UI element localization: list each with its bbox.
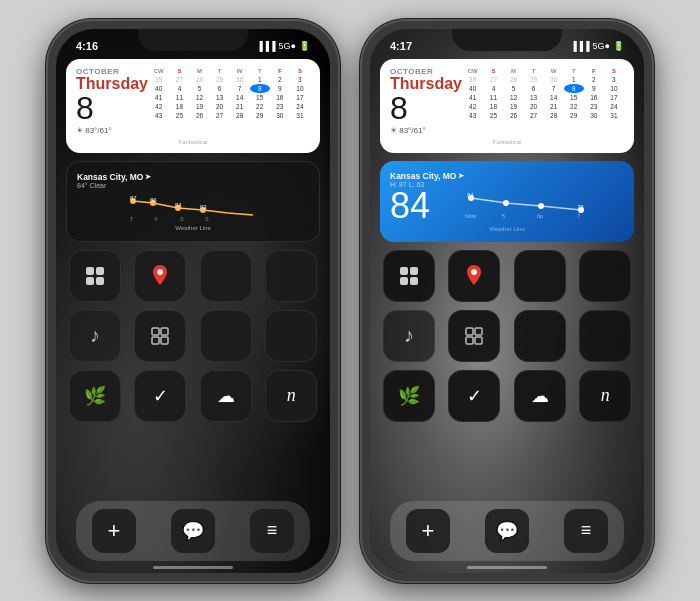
svg-text:86: 86 [150, 197, 157, 203]
app-note-left[interactable]: n [263, 370, 321, 422]
svg-rect-12 [86, 267, 94, 275]
app-icon6-left[interactable] [263, 310, 321, 362]
pin-icon-left [151, 265, 169, 287]
right-phone: 4:17 ▐▐▐ 5G● 🔋 OCTOBER Thursday 8 ☀ 83°/ [362, 21, 652, 581]
bottom-row-left: 🌿 ✓ ☁ n [66, 370, 320, 422]
grid-icon-right [398, 265, 420, 287]
svg-text:T: T [130, 216, 134, 222]
app-row1-left [66, 250, 320, 302]
weather-desc-left: 84° Clear [77, 182, 309, 189]
app-grid-icon-left[interactable] [66, 250, 124, 302]
app-icon4-right[interactable] [577, 250, 635, 302]
app-row2-right: ♪ [380, 310, 634, 362]
app-icon4-left[interactable] [263, 250, 321, 302]
svg-text:5: 5 [502, 213, 505, 219]
svg-rect-17 [152, 328, 159, 335]
app-cloud-left[interactable]: ☁ [197, 370, 255, 422]
svg-text:84: 84 [467, 192, 474, 198]
app-leaf-left[interactable]: 🌿 [66, 370, 124, 422]
app-leaf-right[interactable]: 🌿 [380, 370, 438, 422]
weather-city-right: Kansas City, MO ➤ [390, 171, 624, 181]
svg-rect-18 [161, 328, 168, 335]
svg-rect-31 [400, 267, 408, 275]
left-phone: 4:16 ▐▐▐ 5G● 🔋 OCTOBER Thursday 8 ☀ 83°/ [48, 21, 338, 581]
status-bar-right: 4:17 ▐▐▐ 5G● 🔋 [370, 29, 644, 57]
expand-icon-right [465, 327, 483, 345]
svg-text:78: 78 [577, 204, 584, 210]
svg-rect-38 [466, 337, 473, 344]
dock-list-right[interactable]: ≡ [564, 509, 608, 553]
weather-temp-big-right: 84 [390, 188, 430, 224]
svg-text:7: 7 [577, 213, 580, 219]
weather-widget-left: Kansas City, MO ➤ 84° Clear 87 [66, 161, 320, 242]
app-icon5-left[interactable] [197, 310, 255, 362]
dock-list-left[interactable]: ≡ [250, 509, 294, 553]
svg-text:87: 87 [130, 195, 137, 201]
app-pin-icon-right[interactable] [446, 250, 504, 302]
svg-text:83: 83 [200, 204, 207, 210]
expand-icon-left [151, 327, 169, 345]
app-cloud-right[interactable]: ☁ [511, 370, 569, 422]
weather-chart-left: 87 86 84 83 T F S S [77, 193, 309, 223]
grid-icon-left [84, 265, 106, 287]
svg-point-22 [503, 200, 509, 206]
calendar-widget-right: OCTOBER Thursday 8 ☀ 83°/61° CW S [380, 59, 634, 153]
svg-text:Now: Now [465, 213, 476, 219]
status-time-left: 4:16 [76, 40, 98, 52]
svg-text:S: S [205, 216, 209, 222]
weather-line-label-left: Weather Line [77, 225, 309, 231]
app-check-right[interactable]: ✓ [446, 370, 504, 422]
app-icon6-right[interactable] [577, 310, 635, 362]
svg-rect-34 [410, 277, 418, 285]
weather-widget-right: Kansas City, MO ➤ H: 87 L: 63 84 [380, 161, 634, 242]
weather-city-left: Kansas City, MO ➤ [77, 172, 309, 182]
app-icon5-right[interactable] [511, 310, 569, 362]
app-note-right[interactable]: n [577, 370, 635, 422]
app-pin-icon-left[interactable] [132, 250, 190, 302]
svg-rect-14 [86, 277, 94, 285]
app-icon3-right[interactable] [511, 250, 569, 302]
cal-date-left: 8 [76, 92, 148, 124]
app-expand-left[interactable] [132, 310, 190, 362]
svg-rect-19 [152, 337, 159, 344]
status-bar-left: 4:16 ▐▐▐ 5G● 🔋 [56, 29, 330, 57]
status-time-right: 4:17 [390, 40, 412, 52]
app-expand-right[interactable] [446, 310, 504, 362]
svg-rect-20 [161, 337, 168, 344]
svg-rect-32 [410, 267, 418, 275]
app-grid-icon-right[interactable] [380, 250, 438, 302]
svg-text:F: F [155, 216, 159, 222]
svg-rect-37 [475, 328, 482, 335]
dock-add-right[interactable]: + [406, 509, 450, 553]
svg-rect-33 [400, 277, 408, 285]
app-row2-left: ♪ [66, 310, 320, 362]
dock-chat-left[interactable]: 💬 [171, 509, 215, 553]
svg-point-16 [157, 269, 163, 275]
status-icons-right: ▐▐▐ 5G● 🔋 [570, 41, 624, 51]
cal-weather-left: ☀ 83°/61° [76, 126, 148, 135]
app-icon3-left[interactable] [197, 250, 255, 302]
dock-chat-right[interactable]: 💬 [485, 509, 529, 553]
dock-add-left[interactable]: + [92, 509, 136, 553]
svg-point-23 [538, 203, 544, 209]
app-row1-right [380, 250, 634, 302]
pin-icon-right [465, 265, 483, 287]
app-music-left[interactable]: ♪ [66, 310, 124, 362]
cal-weather-right: ☀ 83°/61° [390, 126, 462, 135]
fantastical-label-left: Fantastical [76, 139, 310, 145]
status-icons-left: ▐▐▐ 5G● 🔋 [256, 41, 310, 51]
weather-hourly-chart-right: 84 78 Now 5 6p 7 [438, 188, 624, 220]
bottom-row-right: 🌿 ✓ ☁ n [380, 370, 634, 422]
svg-rect-39 [475, 337, 482, 344]
app-music-right[interactable]: ♪ [380, 310, 438, 362]
app-check-left[interactable]: ✓ [132, 370, 190, 422]
svg-point-35 [471, 269, 477, 275]
home-indicator-right [467, 566, 547, 569]
fantastical-label-right: Fantastical [390, 139, 624, 145]
calendar-widget-left: OCTOBER Thursday 8 ☀ 83°/61° CW S [66, 59, 320, 153]
svg-rect-36 [466, 328, 473, 335]
dock-left: + 💬 ≡ [76, 501, 310, 561]
svg-text:S: S [180, 216, 184, 222]
cal-date-right: 8 [390, 92, 462, 124]
home-indicator-left [153, 566, 233, 569]
